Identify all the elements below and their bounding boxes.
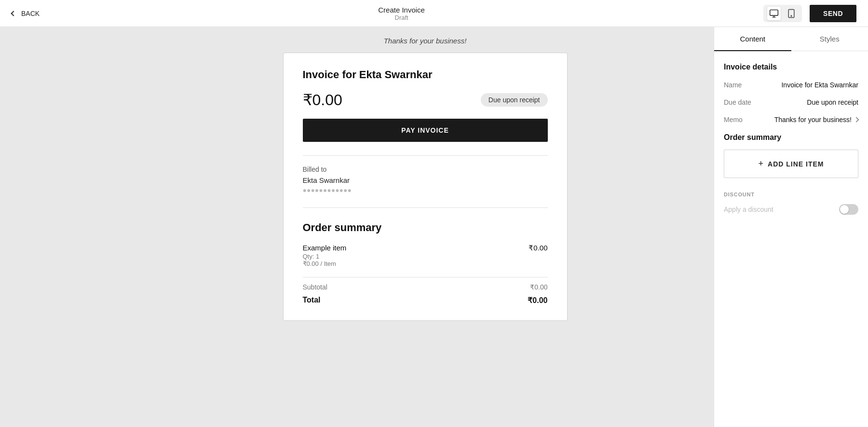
- invoice-amount: ₹0.00: [303, 91, 342, 109]
- memo-value: Thanks for your business!: [774, 116, 858, 124]
- billed-to-label: Billed to: [303, 165, 548, 173]
- thanks-text: Thanks for your business!: [384, 27, 467, 53]
- invoice-title: Invoice for Ekta Swarnkar: [303, 69, 548, 81]
- back-label: BACK: [21, 10, 40, 17]
- invoice-divider-2: [303, 207, 548, 208]
- plus-icon: +: [759, 159, 764, 169]
- discount-row: Apply a discount: [724, 204, 858, 215]
- line-item: Example item Qty: 1 ₹0.00 / Item ₹0.00: [303, 244, 548, 267]
- draft-label: Draft: [378, 14, 425, 21]
- invoice-divider: [303, 155, 548, 156]
- invoice-details-title: Invoice details: [724, 63, 858, 71]
- total-row: Total ₹0.00: [303, 296, 548, 305]
- add-line-item-button[interactable]: + ADD LINE ITEM: [724, 150, 858, 178]
- desktop-view-button[interactable]: [767, 7, 781, 20]
- invoice-preview: Thanks for your business! Invoice for Ek…: [136, 27, 714, 427]
- subtotal-label: Subtotal: [303, 283, 327, 291]
- back-arrow-icon: [11, 11, 16, 16]
- billed-name: Ekta Swarnkar: [303, 176, 548, 184]
- billed-email: ●●●●●●●●●●●●: [303, 186, 548, 194]
- total-label: Total: [303, 296, 321, 305]
- item-total: ₹0.00: [529, 244, 547, 267]
- memo-chevron-icon: [854, 117, 859, 122]
- name-detail-row: Name Invoice for Ekta Swarnkar: [724, 81, 858, 89]
- tablet-view-button[interactable]: [785, 7, 798, 20]
- panel-content: Invoice details Name Invoice for Ekta Sw…: [714, 51, 868, 427]
- memo-detail-row[interactable]: Memo Thanks for your business!: [724, 116, 858, 124]
- topbar: BACK Create Invoice Draft SEND: [0, 0, 868, 27]
- invoice-card: Invoice for Ekta Swarnkar ₹0.00 Due upon…: [283, 53, 568, 321]
- order-summary-section: Order summary + ADD LINE ITEM: [724, 133, 858, 178]
- send-button[interactable]: SEND: [810, 5, 856, 22]
- item-price-unit: ₹0.00 / Item: [303, 260, 347, 267]
- svg-point-4: [791, 15, 792, 16]
- discount-section: DISCOUNT Apply a discount: [724, 192, 858, 215]
- due-date-label: Due date: [724, 98, 751, 106]
- subtotal-value: ₹0.00: [530, 283, 547, 291]
- billed-section: Billed to Ekta Swarnkar ●●●●●●●●●●●●: [303, 165, 548, 194]
- line-item-details: Example item Qty: 1 ₹0.00 / Item: [303, 244, 347, 267]
- invoice-amount-row: ₹0.00 Due upon receipt: [303, 91, 548, 109]
- name-label: Name: [724, 81, 742, 89]
- right-panel: Content Styles Invoice details Name Invo…: [714, 27, 868, 427]
- topbar-right: SEND: [763, 5, 856, 22]
- memo-label: Memo: [724, 116, 743, 124]
- name-value: Invoice for Ekta Swarnkar: [781, 81, 858, 89]
- device-toggle: [763, 5, 802, 22]
- discount-section-label: DISCOUNT: [724, 192, 858, 197]
- order-summary-title: Order summary: [303, 221, 548, 234]
- tab-content[interactable]: Content: [714, 27, 791, 51]
- name-value-text: Invoice for Ekta Swarnkar: [781, 81, 858, 89]
- memo-value-text: Thanks for your business!: [774, 116, 852, 124]
- left-sidebar: [0, 27, 136, 427]
- main-area: Thanks for your business! Invoice for Ek…: [0, 27, 868, 427]
- add-line-item-label: ADD LINE ITEM: [768, 160, 824, 168]
- item-qty: Qty: 1: [303, 253, 347, 260]
- create-invoice-label: Create Invoice: [378, 6, 425, 14]
- back-button[interactable]: BACK: [12, 10, 40, 17]
- order-summary-section-title: Order summary: [724, 133, 858, 142]
- item-name: Example item: [303, 244, 347, 252]
- due-date-value-text: Due upon receipt: [807, 98, 858, 106]
- panel-tabs: Content Styles: [714, 27, 868, 51]
- subtotal-row: Subtotal ₹0.00: [303, 277, 548, 291]
- total-value: ₹0.00: [528, 296, 547, 305]
- apply-discount-toggle[interactable]: [839, 204, 858, 215]
- svg-rect-0: [770, 10, 778, 15]
- due-date-detail-row[interactable]: Due date Due upon receipt: [724, 98, 858, 106]
- due-date-value: Due upon receipt: [807, 98, 858, 106]
- tab-styles[interactable]: Styles: [791, 27, 868, 51]
- pay-invoice-button[interactable]: PAY INVOICE: [303, 119, 548, 142]
- apply-discount-label: Apply a discount: [724, 206, 773, 213]
- topbar-center: Create Invoice Draft: [378, 6, 425, 21]
- due-badge: Due upon receipt: [481, 93, 548, 107]
